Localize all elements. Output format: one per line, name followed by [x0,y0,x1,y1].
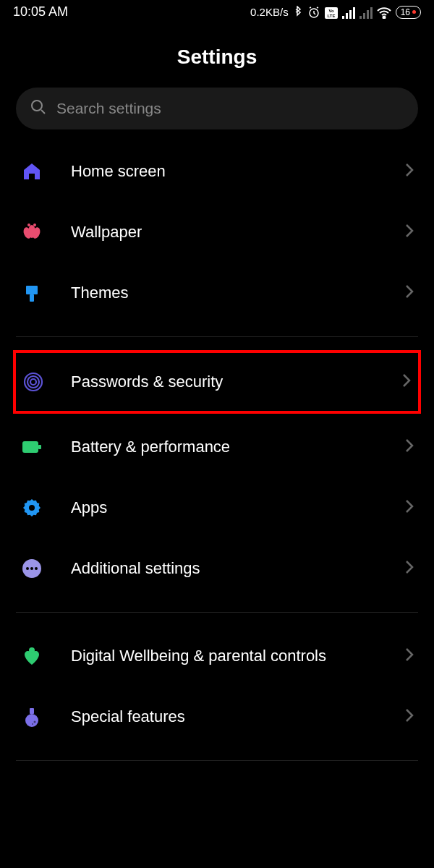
svg-rect-27 [38,445,41,449]
svg-rect-7 [353,7,355,19]
svg-rect-34 [30,708,34,714]
svg-rect-15 [30,175,33,179]
svg-point-32 [35,567,38,570]
item-label: Digital Wellbeing & parental controls [71,646,405,667]
flask-icon [20,705,43,728]
list-item-digital-wellbeing[interactable]: Digital Wellbeing & parental controls [0,626,434,686]
svg-rect-11 [370,7,373,19]
svg-rect-21 [26,286,38,294]
signal-icon [342,5,355,18]
status-bar: 10:05 AM 0.2KB/s VoLTE 16 [0,0,434,24]
svg-point-28 [29,505,35,511]
item-label: Additional settings [71,558,405,579]
brush-icon [20,281,43,305]
chevron-right-icon [405,499,414,516]
item-label: Themes [71,283,405,304]
status-right: 0.2KB/s VoLTE 16 [250,5,421,19]
svg-point-13 [32,101,42,111]
dots-icon [20,557,43,580]
svg-point-37 [32,723,33,725]
chevron-right-icon [405,560,414,577]
svg-rect-6 [349,10,352,19]
chevron-right-icon [405,438,414,456]
svg-rect-5 [346,13,348,19]
chevron-right-icon [402,373,411,391]
svg-rect-10 [367,10,369,19]
svg-rect-22 [30,294,34,302]
list-item-themes[interactable]: Themes [0,263,434,323]
chevron-right-icon [405,224,414,241]
battery-icon [20,435,43,459]
list-item-additional-settings[interactable]: Additional settings [0,538,434,599]
chevron-right-icon [405,163,414,180]
home-icon [20,160,43,183]
svg-point-19 [27,224,30,226]
svg-rect-9 [363,13,365,19]
item-label: Battery & performance [71,437,405,458]
svg-point-18 [28,225,35,238]
signal-icon-2 [359,5,373,18]
svg-rect-4 [342,16,344,19]
svg-line-14 [41,110,45,114]
item-label: Apps [71,498,405,519]
svg-point-35 [25,714,38,727]
svg-point-36 [34,721,36,723]
divider [16,760,418,761]
volte-icon: VoLTE [325,5,338,18]
item-label: Special features [71,707,405,728]
list-item-battery-performance[interactable]: Battery & performance [0,417,434,477]
item-label: Home screen [71,161,405,182]
list-item-wallpaper[interactable]: Wallpaper [0,202,434,263]
battery-indicator: 16 [396,6,421,19]
chevron-right-icon [405,708,414,726]
svg-point-25 [30,379,36,385]
page-title: Settings [0,46,434,69]
svg-text:LTE: LTE [327,14,335,18]
divider [16,336,418,337]
wifi-icon [377,5,391,18]
list-item-special-features[interactable]: Special features [0,686,434,747]
item-label: Wallpaper [71,222,405,243]
list-item-home-screen[interactable]: Home screen [0,141,434,202]
chevron-right-icon [405,284,414,302]
svg-point-12 [383,16,385,18]
divider [16,612,418,613]
svg-point-20 [33,224,36,226]
chevron-right-icon [405,647,414,665]
svg-point-31 [30,567,33,570]
svg-rect-26 [22,441,38,453]
settings-list: Home screenWallpaperThemesPasswords & se… [0,141,434,761]
search-icon [30,99,46,118]
alarm-icon [307,5,320,19]
list-item-apps[interactable]: Apps [0,477,434,538]
flower-icon [20,221,43,244]
data-rate: 0.2KB/s [250,6,289,18]
status-time: 10:05 AM [13,4,68,20]
search-input[interactable] [56,100,404,117]
svg-point-30 [26,567,29,570]
heart-icon [20,644,43,668]
list-item-passwords-security[interactable]: Passwords & security [13,350,421,414]
gear-icon [20,496,43,519]
bluetooth-icon [293,5,303,19]
search-bar[interactable] [16,88,418,129]
fingerprint-icon [22,370,45,393]
svg-text:Vo: Vo [328,9,334,13]
svg-rect-8 [359,16,362,19]
battery-percent: 16 [401,7,410,17]
svg-point-24 [27,376,39,388]
item-label: Passwords & security [71,372,402,393]
